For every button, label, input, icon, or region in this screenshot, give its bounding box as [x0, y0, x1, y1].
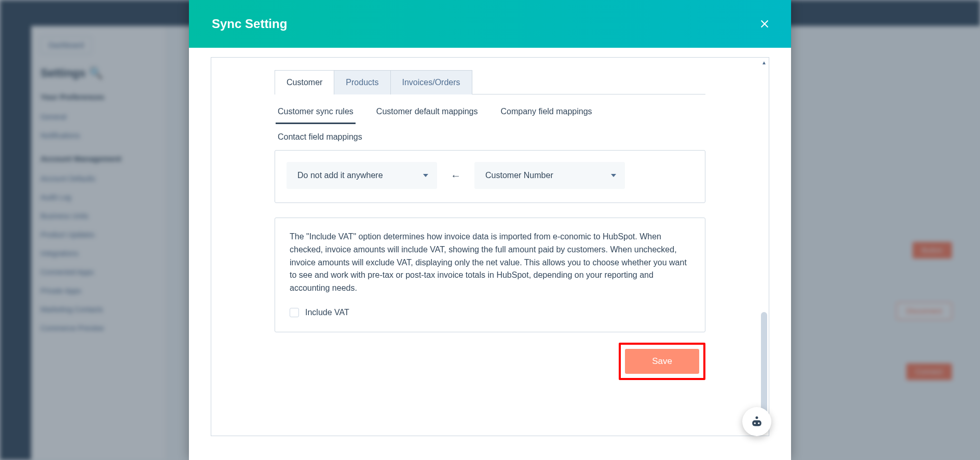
tab-customer[interactable]: Customer [275, 70, 334, 94]
sync-setting-modal: Sync Setting Customer Products Invoices/… [189, 0, 791, 460]
right-select-value: Customer Number [485, 171, 553, 180]
vat-description: The "Include VAT" option determines how … [290, 231, 690, 295]
scroll-container: Customer Products Invoices/Orders Custom… [211, 57, 769, 436]
subtabs-row: Customer sync rules Customer default map… [275, 94, 705, 148]
save-row: Save [275, 343, 705, 380]
subtab-company-field-mappings[interactable]: Company field mappings [498, 104, 594, 124]
chevron-down-icon [611, 174, 616, 177]
modal-title: Sync Setting [212, 17, 287, 31]
vertical-scrollbar[interactable]: ▲ ▼ [759, 58, 769, 436]
include-vat-label: Include VAT [305, 306, 349, 319]
bot-icon [749, 414, 765, 429]
chevron-down-icon [423, 174, 428, 177]
include-vat-checkbox[interactable] [290, 308, 299, 317]
save-highlight-box: Save [619, 343, 705, 380]
scroll-up-icon[interactable]: ▲ [759, 58, 769, 67]
tab-products[interactable]: Products [334, 70, 390, 94]
modal-header: Sync Setting [189, 0, 791, 48]
subtab-customer-sync-rules[interactable]: Customer sync rules [276, 104, 356, 124]
tabs-row: Customer Products Invoices/Orders [275, 70, 705, 94]
svg-point-5 [758, 423, 759, 424]
subtab-customer-default-mappings[interactable]: Customer default mappings [374, 104, 480, 124]
modal-body: Customer Products Invoices/Orders Custom… [189, 48, 791, 460]
save-button[interactable]: Save [625, 349, 699, 374]
svg-rect-3 [752, 421, 761, 426]
include-vat-row[interactable]: Include VAT [290, 306, 690, 319]
subtab-contact-field-mappings[interactable]: Contact field mappings [276, 129, 369, 148]
close-icon[interactable] [759, 18, 770, 30]
right-select[interactable]: Customer Number [474, 162, 625, 189]
arrow-left-icon: ← [444, 170, 467, 182]
chat-bot-button[interactable] [742, 407, 771, 436]
left-select[interactable]: Do not add it anywhere [287, 162, 437, 189]
scrollbar-thumb[interactable] [761, 312, 767, 416]
tab-invoices-orders[interactable]: Invoices/Orders [390, 70, 472, 94]
svg-point-4 [754, 423, 756, 424]
mapping-card: Do not add it anywhere ← Customer Number [275, 150, 705, 203]
left-select-value: Do not add it anywhere [297, 171, 383, 180]
vat-card: The "Include VAT" option determines how … [275, 218, 705, 332]
svg-point-2 [756, 416, 758, 419]
